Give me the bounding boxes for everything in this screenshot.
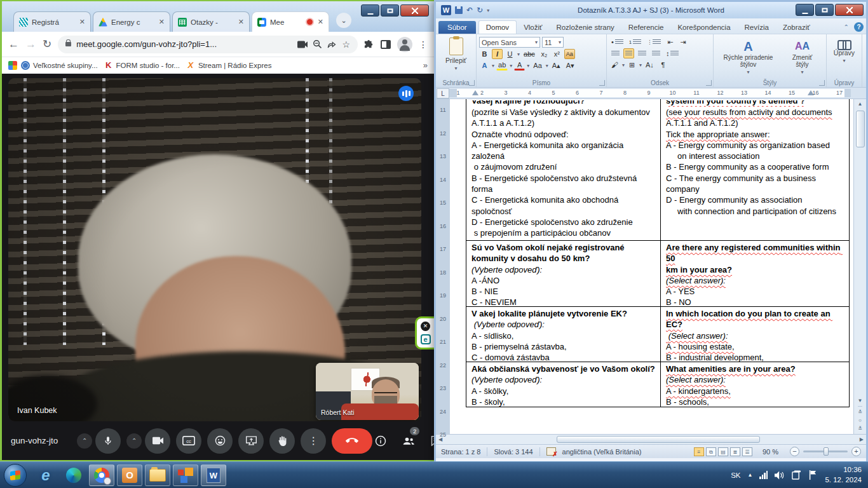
maximize-button[interactable] [815,4,834,16]
select-browse-icon[interactable]: ○ [858,417,862,423]
microphone-button[interactable] [95,428,121,454]
taskbar-office-app[interactable] [173,464,198,486]
draft-view-button[interactable]: ☰ [742,447,752,456]
vertical-scrollbar[interactable]: ▲ ▼ ≛ ○ ≚ [853,99,866,434]
tab-selector[interactable]: L [437,88,449,98]
ribbon-tab-vlo-i-[interactable]: Vložiť [517,21,549,34]
horizontal-ruler[interactable]: 1234567891011121314151617 [449,89,851,97]
underline-dropdown-icon[interactable]: ▾ [517,51,520,57]
language-indicator[interactable]: SK [731,471,740,479]
redo-icon[interactable]: ↻ [477,6,483,15]
zoom-icon[interactable] [313,39,322,49]
multilevel-list-button[interactable]: ⋮ [645,37,663,47]
mic-options-chevron-icon[interactable]: ⌃ [77,433,92,449]
table-cell-en-row2[interactable]: Are there any registered communities wit… [660,241,849,306]
reactions-button[interactable] [207,428,233,454]
underline-button[interactable]: U [505,49,515,59]
scroll-up-icon[interactable]: ▲ [858,99,863,109]
profile-avatar[interactable] [397,37,412,52]
meeting-details-icon[interactable] [372,433,389,449]
align-right-button[interactable] [636,48,648,58]
taskbar-explorer[interactable] [145,464,170,486]
change-styles-button[interactable]: AA Zmeniť štýly ▾ [783,36,822,78]
raise-hand-button[interactable] [269,428,295,454]
outline-view-button[interactable]: ≣ [730,447,740,456]
self-view-tile[interactable]: Róbert Kati [316,363,419,420]
grow-font-button[interactable]: A▴ [550,60,562,71]
tab-close-icon[interactable]: ✕ [79,18,85,26]
qat-dropdown-icon[interactable]: ▾ [487,8,489,13]
ribbon-tab-domov[interactable]: Domov [478,20,517,34]
editing-button[interactable]: Úpravy ▾ [829,36,859,65]
taskbar-clock[interactable]: 10:36 5. 12. 2024 [825,465,862,485]
zoom-out-button[interactable]: − [790,447,799,456]
share-icon[interactable] [327,40,337,49]
maximize-button[interactable] [381,4,399,17]
forward-icon[interactable]: → [25,38,36,51]
indent-marker[interactable] [472,90,478,95]
show-marks-button[interactable]: ¶ [658,60,668,70]
extensions-puzzle-icon[interactable] [364,39,374,50]
highlight-button[interactable]: ab [496,60,508,71]
shading-button[interactable]: 🖌 [609,60,620,70]
decrease-indent-button[interactable]: ⇤ [665,37,675,47]
address-bar[interactable]: meet.google.com/gun-vohz-jto?pli=1... ☆ [58,36,358,53]
taskbar-outlook[interactable]: O [117,464,142,486]
bookmark-item-3[interactable]: XStream | Rádio Expres [186,61,271,70]
end-call-button[interactable] [332,428,372,454]
table-cell-sk-row2[interactable]: Sú vo Vašom okolí nejaké registrovanékom… [466,241,660,306]
change-case-button[interactable]: Aa [531,60,543,71]
word-count[interactable]: Slová: 3 144 [494,448,532,456]
close-button[interactable] [400,4,429,17]
superscript-button[interactable]: x² [552,49,562,59]
url-text[interactable]: meet.google.com/gun-vohz-jto?pli=1... [76,39,292,49]
previous-page-icon[interactable]: ≛ [858,409,862,415]
network-icon[interactable] [759,471,768,479]
font-size-select[interactable]: 11▾ [542,37,564,48]
table-cell-sk-row1[interactable]: Vašej krajine je rozhodujúci?(pozrite si… [466,99,660,240]
text-effects-button[interactable]: A [479,60,490,71]
people-icon[interactable]: 2 [400,433,417,449]
captions-button[interactable]: cc [176,428,201,454]
browser-tab-2[interactable]: Energy c✕ [93,11,170,32]
camera-button[interactable] [145,428,170,454]
table-cell-en-row3[interactable]: In which location do you plan to create … [660,307,849,362]
paste-button[interactable]: Prilepiť ▾ [438,36,473,72]
italic-button[interactable]: I [492,49,503,59]
side-panel-icon[interactable] [381,40,391,49]
borders-button[interactable]: ⊞ [627,60,637,70]
align-center-button[interactable] [623,48,634,58]
document-page[interactable]: Vašej krajine je rozhodujúci?(pozrite si… [450,99,853,434]
zoom-level[interactable]: 90 % [763,448,778,456]
taskbar-word[interactable] [201,464,226,486]
page-indicator[interactable]: Strana: 1 z 8 [441,448,480,456]
taskbar-edge[interactable] [61,464,86,486]
subscript-button[interactable]: x₂ [539,49,550,59]
ribbon-tab-rev-zia[interactable]: Revízia [738,21,776,34]
table-cell-sk-row4[interactable]: Aká občianská vybavenosť je vo Vašom oko… [466,362,660,407]
present-screen-button[interactable] [238,428,264,454]
scroll-thumb[interactable] [856,111,865,147]
web-layout-view-button[interactable]: ▤ [718,447,728,456]
bookmark-star-icon[interactable]: ☆ [342,39,350,50]
back-icon[interactable]: ← [8,38,19,51]
print-layout-view-button[interactable]: ≡ [694,447,704,456]
numbering-button[interactable]: 1 [627,37,643,47]
bookmark-item-2[interactable]: KFORM studio - for... [104,61,180,70]
paragraph-dialog-launcher[interactable] [706,80,712,86]
camera-options-chevron-icon[interactable]: ⌃ [126,433,142,449]
ribbon-tab-zobrazi-[interactable]: Zobraziť [776,21,817,34]
close-button[interactable] [835,4,864,16]
quick-styles-button[interactable]: A Rýchle priradenie štýlov ▾ [718,36,779,78]
word-logo-icon[interactable]: W [441,5,451,15]
sort-button[interactable]: A↓ [644,60,656,70]
tab-close-icon[interactable]: ✕ [318,18,323,26]
table-cell-sk-row3[interactable]: V akej lokalite plánujete vytvorenie EK?… [466,307,660,362]
minimize-button[interactable] [361,4,379,17]
help-icon[interactable]: ? [854,22,864,32]
bold-button[interactable]: B [479,49,490,59]
action-center-flag-icon[interactable] [808,470,818,480]
reload-icon[interactable]: ↻ [43,37,51,51]
start-button[interactable] [4,464,27,487]
table-cell-en-row4[interactable]: What amenities are in your area?(Select … [660,362,849,407]
